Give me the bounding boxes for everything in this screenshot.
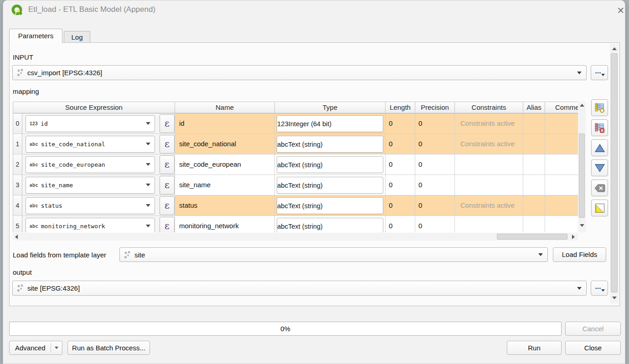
source-expression-combo[interactable]: abc site_code_european [26, 156, 155, 173]
name-cell[interactable]: monitoring_network [175, 216, 275, 232]
type-combo[interactable]: abc Text (string) [277, 197, 383, 214]
panel-vertical-scrollbar[interactable] [610, 44, 619, 303]
scroll-down-icon[interactable] [578, 222, 586, 229]
panel-vscroll-thumb[interactable] [611, 53, 618, 292]
name-cell[interactable]: status [175, 195, 275, 216]
expression-builder-button[interactable]: ε [160, 196, 175, 215]
run-batch-button[interactable]: Run as Batch Process... [67, 341, 150, 355]
tab-log[interactable]: Log [64, 31, 90, 43]
length-cell[interactable]: 0 [386, 154, 415, 175]
precision-cell[interactable]: 0 [415, 195, 455, 216]
name-cell[interactable]: id [175, 113, 275, 134]
scroll-up-icon[interactable] [578, 102, 586, 109]
output-browse-button[interactable]: … [591, 281, 608, 296]
col-alias[interactable]: Alias [523, 102, 545, 113]
clear-fields-button[interactable] [591, 179, 608, 196]
type-combo[interactable]: abc Text (string) [277, 136, 383, 153]
row-index[interactable]: 3 [13, 175, 22, 195]
comment-cell[interactable] [545, 175, 578, 195]
name-cell[interactable]: site_code_national [175, 134, 275, 154]
scroll-down-icon[interactable] [610, 294, 619, 302]
load-fields-from-layer-button[interactable] [591, 200, 608, 216]
source-expression-combo[interactable]: abc site_code_national [26, 136, 155, 153]
constraints-cell[interactable]: Constraints active [455, 195, 523, 216]
constraints-cell[interactable] [455, 154, 523, 175]
move-field-down-button[interactable] [591, 159, 608, 176]
col-name[interactable]: Name [175, 102, 275, 113]
length-cell[interactable]: 0 [386, 216, 415, 232]
length-cell[interactable]: 0 [386, 113, 415, 134]
row-index[interactable]: 5 [13, 216, 22, 232]
alias-cell[interactable] [523, 154, 545, 175]
name-cell[interactable]: site_code_european [175, 154, 275, 175]
col-source-expression[interactable]: Source Expression [13, 102, 175, 113]
expression-builder-button[interactable]: ε [160, 217, 175, 233]
col-constraints[interactable]: Constraints [455, 102, 523, 113]
length-cell[interactable]: 0 [386, 134, 415, 154]
precision-cell[interactable]: 0 [415, 113, 455, 134]
col-comment[interactable]: Comment [545, 102, 578, 113]
comment-cell[interactable] [545, 216, 578, 232]
input-browse-button[interactable]: … [591, 65, 608, 80]
remove-field-button[interactable] [591, 119, 608, 136]
constraints-cell[interactable]: Constraints active [455, 113, 523, 134]
source-expression-combo[interactable]: 123 id [26, 115, 155, 132]
move-field-up-button[interactable] [591, 139, 608, 156]
scroll-left-icon[interactable] [13, 233, 20, 241]
add-field-button[interactable] [591, 99, 608, 116]
table-vertical-scrollbar[interactable] [578, 102, 586, 232]
cancel-button[interactable]: Cancel [565, 322, 621, 336]
alias-cell[interactable] [523, 175, 545, 195]
source-expression-combo[interactable]: abc monitoring_network [26, 218, 155, 233]
template-layer-combo[interactable]: site [119, 247, 548, 262]
source-expression-combo[interactable]: abc site_name [26, 177, 155, 194]
row-index[interactable]: 4 [13, 195, 22, 216]
alias-cell[interactable] [523, 195, 545, 216]
col-length[interactable]: Length [386, 102, 415, 113]
expression-builder-button[interactable]: ε [160, 155, 175, 174]
precision-cell[interactable]: 0 [415, 154, 455, 175]
comment-cell[interactable] [545, 134, 578, 154]
col-type[interactable]: Type [275, 102, 386, 113]
input-layer-combo[interactable]: csv_import [EPSG:4326] [12, 65, 587, 80]
load-fields-button[interactable]: Load Fields [553, 247, 606, 262]
output-layer-combo[interactable]: site [EPSG:4326] [12, 281, 587, 296]
scroll-up-icon[interactable] [610, 45, 619, 52]
name-cell[interactable]: site_name [175, 175, 275, 195]
window-close-button[interactable]: ✕ [614, 4, 628, 17]
advanced-button[interactable]: Advanced [9, 341, 62, 355]
precision-cell[interactable]: 0 [415, 175, 455, 195]
row-index[interactable]: 1 [13, 134, 22, 154]
run-button[interactable]: Run [507, 341, 562, 355]
row-index[interactable]: 0 [13, 113, 22, 134]
expression-builder-button[interactable]: ε [160, 114, 175, 133]
length-cell[interactable]: 0 [386, 175, 415, 195]
scroll-right-icon[interactable] [570, 233, 577, 241]
alias-cell[interactable] [523, 216, 545, 232]
type-combo[interactable]: abc Text (string) [277, 177, 383, 194]
table-horizontal-scrollbar[interactable] [13, 233, 578, 241]
comment-cell[interactable] [545, 195, 578, 216]
table-hscroll-thumb[interactable] [497, 234, 567, 240]
close-button[interactable]: Close [565, 341, 621, 355]
expression-builder-button[interactable]: ε [160, 135, 175, 154]
type-combo[interactable]: abc Text (string) [277, 218, 383, 232]
length-cell[interactable]: 0 [386, 195, 415, 216]
row-index[interactable]: 2 [13, 154, 22, 175]
alias-cell[interactable] [523, 134, 545, 154]
comment-cell[interactable] [545, 113, 578, 134]
precision-cell[interactable]: 0 [415, 216, 455, 232]
constraints-cell[interactable]: Constraints active [455, 134, 523, 154]
type-combo[interactable]: 123 Integer (64 bit) [277, 115, 383, 132]
alias-cell[interactable] [523, 113, 545, 134]
comment-cell[interactable] [545, 154, 578, 175]
source-expression-combo[interactable]: abc status [26, 197, 155, 214]
type-combo[interactable]: abc Text (string) [277, 156, 383, 173]
table-vscroll-thumb[interactable] [579, 133, 585, 218]
precision-cell[interactable]: 0 [415, 134, 455, 154]
constraints-cell[interactable] [455, 175, 523, 195]
col-precision[interactable]: Precision [415, 102, 455, 113]
tab-parameters[interactable]: Parameters [9, 29, 62, 43]
expression-builder-button[interactable]: ε [160, 176, 175, 195]
constraints-cell[interactable] [455, 216, 523, 232]
